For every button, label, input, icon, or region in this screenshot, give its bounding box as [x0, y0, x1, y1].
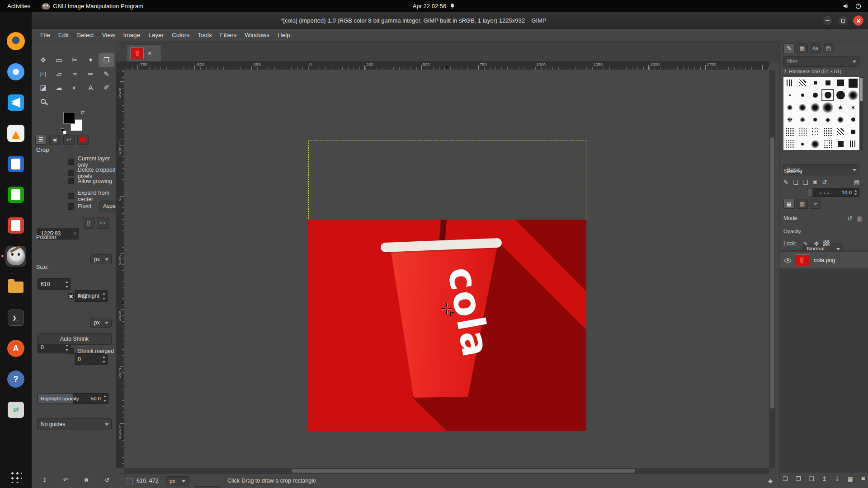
clear-field-icon[interactable]: ✕ [73, 231, 77, 236]
menu-select[interactable]: Select [73, 30, 98, 40]
scrollbar-thumb[interactable] [770, 137, 774, 408]
image-tab-cola[interactable]: ✕ [126, 44, 162, 61]
lock-alpha-icon[interactable] [823, 240, 830, 246]
layer-list[interactable]: cola.png [780, 250, 868, 473]
ruler-corner-box[interactable] [116, 61, 124, 70]
checkbox[interactable] [68, 159, 74, 165]
default-colors-icon-bg[interactable] [63, 131, 66, 134]
brush-thumbnail[interactable] [847, 138, 859, 150]
mode-reset-icon[interactable]: ↺ [846, 214, 854, 222]
tab-tool-options[interactable]: ☰ [35, 135, 47, 145]
brush-thumbnail[interactable] [809, 138, 821, 150]
brush-thumbnail[interactable] [796, 101, 809, 113]
option-highlight[interactable]: Highlight [68, 293, 99, 299]
checkbox[interactable] [68, 193, 74, 199]
brush-grid-scrollbar[interactable] [859, 77, 863, 150]
brush-thumbnail[interactable]: ❋ [783, 113, 796, 126]
scrollbar-thumb[interactable] [292, 469, 635, 473]
quick-mask-toggle[interactable] [127, 478, 133, 484]
lock-position-icon[interactable]: ✥ [812, 239, 821, 248]
size-height-field[interactable]: 0 [75, 353, 108, 365]
tool-dodge-burn[interactable]: ◐ [67, 81, 83, 94]
menu-help[interactable]: Help [274, 30, 294, 40]
brush-thumbnail[interactable] [847, 113, 859, 126]
landscape-orientation-button[interactable]: ▭ [97, 217, 108, 229]
tool-clone[interactable]: ◪ [35, 81, 51, 94]
spin-buttons[interactable] [101, 291, 107, 301]
option-allow-growing[interactable]: Allow growing [68, 178, 112, 184]
checkbox-checked[interactable] [68, 293, 74, 299]
dock-item-gimp-active[interactable] [5, 246, 26, 267]
checkbox[interactable] [68, 170, 74, 176]
layer-row-cola[interactable]: cola.png [780, 252, 868, 268]
brush-thumbnail[interactable] [796, 77, 809, 89]
swap-colors-icon[interactable]: ⇄ [80, 109, 85, 115]
tool-paintbrush[interactable]: ✎ [99, 67, 114, 81]
tool-pencil[interactable]: ✏ [83, 67, 99, 81]
close-button[interactable] [853, 15, 863, 26]
brush-thumbnail[interactable]: ✹ [809, 113, 821, 126]
open-brush-as-image-button[interactable]: ▤ [854, 179, 859, 186]
status-unit-dropdown[interactable]: px [166, 476, 189, 486]
horizontal-ruler[interactable]: -750 -500 -250 0 250 500 750 1000 1250 1… [124, 61, 769, 70]
delete-preset-button[interactable]: ✖ [81, 475, 91, 484]
refresh-brushes-button[interactable]: ↺ [822, 179, 827, 186]
tool-smudge[interactable]: ☁ [51, 81, 67, 94]
spin-buttons[interactable] [102, 394, 108, 403]
canvas-viewport[interactable]: cola [124, 70, 769, 468]
delete-brush-button[interactable]: ✖ [812, 179, 817, 186]
layer-thumbnail[interactable] [795, 254, 810, 266]
brush-thumbnail[interactable]: ✶ [847, 101, 859, 113]
dock-item-firefox[interactable] [5, 31, 26, 52]
clock[interactable]: Apr 22 02:56 [413, 3, 446, 9]
foreground-color-swatch[interactable] [63, 112, 75, 124]
dock-item-impress[interactable] [5, 215, 26, 236]
option-shrink-merged[interactable]: Shrink merged [68, 348, 114, 354]
tool-warp[interactable]: ≈ [67, 67, 83, 80]
brush-thumbnail[interactable] [834, 89, 847, 101]
tab-device-status[interactable]: ▣ [49, 135, 61, 145]
position-x-field[interactable]: 610 [38, 278, 71, 290]
save-preset-button[interactable]: ↧ [40, 475, 50, 484]
tab-patterns[interactable]: ▦ [797, 43, 808, 53]
dock-item-help[interactable]: ? [5, 369, 26, 389]
volume-icon[interactable] [843, 3, 849, 9]
horizontal-scrollbar[interactable] [124, 468, 769, 474]
brush-thumbnail[interactable] [834, 77, 847, 89]
tool-zoom[interactable] [35, 94, 51, 108]
brush-thumbnail[interactable] [809, 77, 821, 89]
brush-thumbnail[interactable] [796, 89, 809, 101]
brush-thumbnail[interactable] [847, 89, 859, 101]
brush-thumbnail[interactable] [783, 126, 796, 138]
tab-image-thumbnail[interactable] [77, 135, 89, 145]
menu-edit[interactable]: Edit [54, 30, 73, 40]
brush-thumbnail[interactable] [809, 89, 821, 101]
navigation-preview-button[interactable]: ✥ [766, 477, 775, 486]
tool-move[interactable]: ✥ [35, 53, 51, 67]
spin-buttons[interactable] [101, 354, 107, 364]
brush-filter-input[interactable]: filter [783, 56, 859, 67]
menu-filters[interactable]: Filters [216, 30, 241, 40]
option-delete-cropped-pixels[interactable]: Delete cropped pixels [68, 167, 116, 179]
tab-paths[interactable]: ✑ [810, 199, 821, 209]
brush-thumbnail[interactable] [809, 126, 821, 138]
tab-channels[interactable]: ▥ [797, 199, 808, 209]
menu-windows[interactable]: Windows [241, 30, 274, 40]
brush-thumbnail[interactable]: ✺ [796, 113, 809, 126]
option-fixed[interactable]: Fixed [68, 203, 91, 210]
tab-brushes[interactable]: ✎ [783, 43, 795, 53]
gimp-title-bar[interactable]: *[cola] (imported)-1.0 (RGB color 8-bit … [32, 12, 868, 29]
anchor-layer-button[interactable]: ↧ [835, 475, 840, 482]
power-icon[interactable] [855, 3, 862, 9]
position-unit-dropdown[interactable]: px [90, 254, 112, 264]
menu-layer[interactable]: Layer [144, 30, 168, 40]
cola-image-canvas[interactable]: cola [308, 220, 586, 431]
raise-layer-button[interactable]: ↥ [822, 475, 827, 482]
layer-name[interactable]: cola.png [814, 257, 835, 263]
menu-view[interactable]: View [98, 30, 119, 40]
checkbox[interactable] [68, 348, 74, 354]
duplicate-layer-button[interactable]: ❑ [809, 475, 814, 482]
tool-color-picker[interactable]: ✐ [99, 81, 114, 94]
brush-thumbnail[interactable] [783, 138, 796, 150]
brush-thumbnail[interactable] [847, 126, 859, 138]
